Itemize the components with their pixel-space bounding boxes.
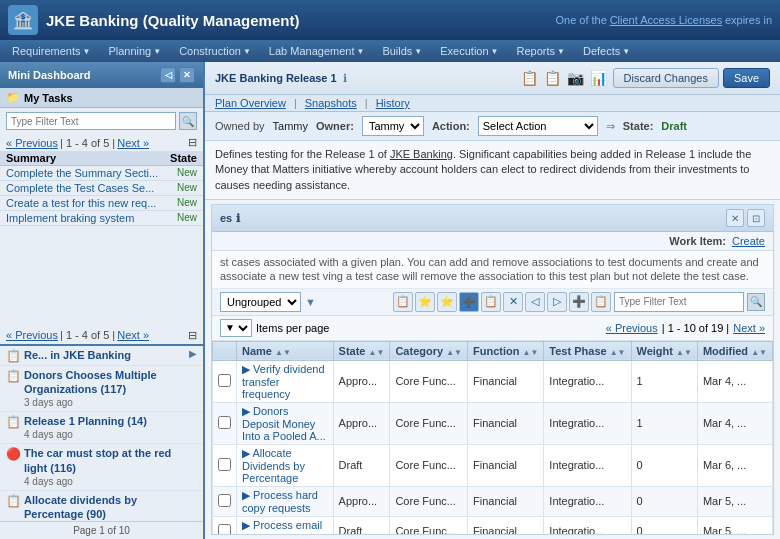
tb-icon-copy[interactable]: 📋	[393, 292, 413, 312]
row-state-4: Draft	[333, 516, 390, 534]
list-item-3[interactable]: 🔴 The car must stop at the red light (11…	[0, 444, 203, 491]
row-checkbox-0[interactable]	[213, 360, 237, 402]
row-name-4[interactable]: ▶ Process email requests	[237, 516, 334, 534]
list-item-1[interactable]: 📋 Donors Chooses Multiple Organizations …	[0, 366, 203, 413]
list-item-4[interactable]: 📋 Allocate dividends by Percentage (90) …	[0, 491, 203, 521]
tab-history[interactable]: History	[376, 97, 410, 109]
tb-icon-star1[interactable]: ⭐	[415, 292, 435, 312]
tb-icon-star2[interactable]: ⭐	[437, 292, 457, 312]
tb-icon-doc[interactable]: 📋	[481, 292, 501, 312]
task-item-1[interactable]: Complete the Summary Secti... New	[0, 166, 203, 181]
table-row[interactable]: ▶ Allocate Dividends by Percentage Draft…	[213, 444, 773, 486]
panel-close-icon[interactable]: ✕	[726, 209, 744, 227]
sidebar-icon-2[interactable]: ✕	[179, 67, 195, 83]
my-tasks-section: 📁 My Tasks	[0, 88, 203, 108]
owner-select[interactable]: Tammy	[362, 116, 424, 136]
col-name-header[interactable]: Name ▲▼	[237, 341, 334, 360]
state-arrow-icon: ⇒	[606, 120, 615, 133]
tab-plan-overview[interactable]: Plan Overview	[215, 97, 286, 109]
row-checkbox-4[interactable]	[213, 516, 237, 534]
row-category-4: Core Func...	[390, 516, 468, 534]
row-name-1[interactable]: ▶ Donors Deposit Money Into a Pooled A..…	[237, 402, 334, 444]
items-prev-link[interactable]: « Previous	[606, 322, 658, 334]
nav-lab-management[interactable]: Lab Management ▼	[261, 43, 373, 59]
items-next-link[interactable]: Next »	[733, 322, 765, 334]
list-meta-2: 4 days ago	[24, 428, 197, 441]
task-item-4[interactable]: Implement braking system New	[0, 211, 203, 226]
row-state-0: Appro...	[333, 360, 390, 402]
row-name-3[interactable]: ▶ Process hard copy requests	[237, 486, 334, 516]
tb-icon-more1[interactable]: ◁	[525, 292, 545, 312]
sidebar-header: Mini Dashboard ◁ ✕	[0, 62, 203, 88]
next-link[interactable]: Next »	[117, 137, 149, 149]
col-category-header[interactable]: Category ▲▼	[390, 341, 468, 360]
panel-filter-button[interactable]: 🔍	[747, 293, 765, 311]
nav-planning[interactable]: Planning ▼	[100, 43, 169, 59]
group-select[interactable]: Ungrouped	[220, 292, 301, 312]
row-testphase-0: Integratio...	[544, 360, 631, 402]
tb-icon-add[interactable]: ➕	[459, 292, 479, 312]
action-select[interactable]: Select Action	[478, 116, 598, 136]
header-icon-3[interactable]: 📷	[567, 70, 584, 86]
sidebar-icon-1[interactable]: ◁	[160, 67, 176, 83]
list-item-0[interactable]: 📋 Re... in JKE Banking ▶	[0, 346, 203, 366]
table-row[interactable]: ▶ Verify dividend transfer frequency App…	[213, 360, 773, 402]
nav-construction[interactable]: Construction ▼	[171, 43, 259, 59]
create-link[interactable]: Create	[732, 235, 765, 247]
panel-filter-input[interactable]	[614, 292, 744, 312]
license-link[interactable]: Client Access Licenses	[610, 14, 723, 26]
list-item-2[interactable]: 📋 Release 1 Planning (14) 4 days ago	[0, 412, 203, 444]
col-state-header[interactable]: State ▲▼	[333, 341, 390, 360]
row-checkbox-2[interactable]	[213, 444, 237, 486]
nav-execution[interactable]: Execution ▼	[432, 43, 506, 59]
row-checkbox-1[interactable]	[213, 402, 237, 444]
discard-changes-button[interactable]: Discard Changes	[613, 68, 719, 88]
panel-description: st cases associated with a given plan. Y…	[212, 251, 773, 289]
prev-link-2[interactable]: « Previous	[6, 329, 58, 341]
save-button[interactable]: Save	[723, 68, 770, 88]
header-icon-4[interactable]: 📊	[590, 70, 607, 86]
list-icon-4: 📋	[6, 494, 21, 508]
tb-icon-delete[interactable]: ✕	[503, 292, 523, 312]
col-function-header[interactable]: Function ▲▼	[468, 341, 544, 360]
prev-link[interactable]: « Previous	[6, 137, 58, 149]
sidebar-list: 📋 Re... in JKE Banking ▶ 📋 Donors Choose…	[0, 346, 203, 522]
tammy-label: Tammy	[273, 120, 308, 132]
panel-info-icon: ℹ	[236, 212, 240, 225]
list-arrow-0: ▶	[189, 348, 197, 359]
nav-reports[interactable]: Reports ▼	[509, 43, 573, 59]
col-summary: Summary	[6, 152, 170, 164]
items-per-page-select[interactable]: ▼	[220, 319, 252, 337]
header-icon-1[interactable]: 📋	[521, 70, 538, 86]
tb-icon-plus2[interactable]: ➕	[569, 292, 589, 312]
row-category-3: Core Func...	[390, 486, 468, 516]
col-testphase-header[interactable]: Test Phase ▲▼	[544, 341, 631, 360]
task-item-3[interactable]: Create a test for this new req... New	[0, 196, 203, 211]
panel-maximize-icon[interactable]: ⊡	[747, 209, 765, 227]
content-title: JKE Banking Release 1 ℹ	[215, 72, 347, 85]
table-row[interactable]: ▶ Donors Deposit Money Into a Pooled A..…	[213, 402, 773, 444]
row-category-0: Core Func...	[390, 360, 468, 402]
next-link-2[interactable]: Next »	[117, 329, 149, 341]
nav-defects[interactable]: Defects ▼	[575, 43, 638, 59]
nav-requirements[interactable]: Requirements ▼	[4, 43, 98, 59]
task-filter-button[interactable]: 🔍	[179, 112, 197, 130]
table-row[interactable]: ▶ Process email requests Draft Core Func…	[213, 516, 773, 534]
header-icon-2[interactable]: 📋	[544, 70, 561, 86]
toolbar-row: Ungrouped ▼ 📋 ⭐ ⭐ ➕ 📋 ✕ ◁ ▷ ➕	[212, 289, 773, 316]
row-name-2[interactable]: ▶ Allocate Dividends by Percentage	[237, 444, 334, 486]
col-weight-header[interactable]: Weight ▲▼	[631, 341, 697, 360]
task-item-2[interactable]: Complete the Test Cases Se... New	[0, 181, 203, 196]
row-name-0[interactable]: ▶ Verify dividend transfer frequency	[237, 360, 334, 402]
jke-link[interactable]: JKE Banking	[390, 148, 453, 160]
col-modified-header[interactable]: Modified ▲▼	[697, 341, 772, 360]
nav-builds[interactable]: Builds ▼	[374, 43, 430, 59]
tb-icon-more2[interactable]: ▷	[547, 292, 567, 312]
tab-snapshots[interactable]: Snapshots	[305, 97, 357, 109]
nav-defects-arrow: ▼	[622, 47, 630, 56]
folder-icon: 📁	[6, 91, 20, 104]
table-row[interactable]: ▶ Process hard copy requests Appro... Co…	[213, 486, 773, 516]
task-filter-input[interactable]	[6, 112, 176, 130]
row-checkbox-3[interactable]	[213, 486, 237, 516]
tb-icon-list[interactable]: 📋	[591, 292, 611, 312]
